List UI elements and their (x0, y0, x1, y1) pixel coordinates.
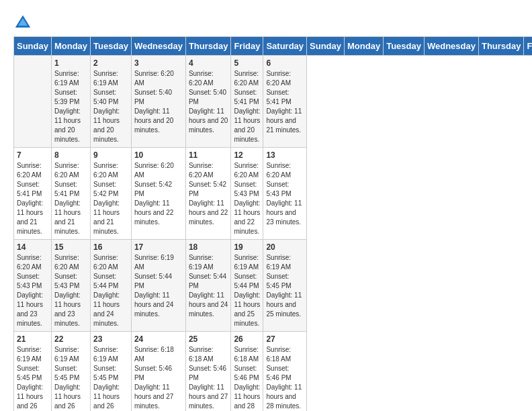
cell-info: Sunrise: 6:20 AM Sunset: 5:41 PM Dayligh… (234, 69, 260, 144)
day-number: 17 (134, 242, 183, 252)
sunrise-label: Sunrise: 6:20 AM (234, 162, 259, 179)
daylight-label: Daylight: 11 hours and 22 minutes. (234, 199, 260, 235)
cell-info: Sunrise: 6:19 AM Sunset: 5:45 PM Dayligh… (93, 345, 128, 411)
day-number: 25 (189, 334, 228, 344)
daylight-label: Daylight: 11 hours and 28 minutes. (234, 383, 260, 411)
cell-info: Sunrise: 6:18 AM Sunset: 5:46 PM Dayligh… (234, 345, 260, 411)
cell-info: Sunrise: 6:19 AM Sunset: 5:45 PM Dayligh… (17, 345, 48, 411)
sunrise-label: Sunrise: 6:20 AM (17, 254, 42, 271)
cell-info: Sunrise: 6:19 AM Sunset: 5:44 PM Dayligh… (189, 253, 228, 319)
day-number: 19 (234, 242, 260, 252)
day-number: 12 (234, 150, 260, 160)
calendar-cell: 14 Sunrise: 6:20 AM Sunset: 5:43 PM Dayl… (14, 240, 52, 332)
header-monday: Monday (345, 37, 384, 56)
sunrise-label: Sunrise: 6:19 AM (17, 346, 42, 363)
logo-icon (13, 13, 32, 32)
calendar-cell: 13 Sunrise: 6:20 AM Sunset: 5:43 PM Dayl… (263, 148, 307, 240)
calendar-cell: 10 Sunrise: 6:20 AM Sunset: 5:42 PM Dayl… (131, 148, 185, 240)
day-number: 16 (93, 242, 128, 252)
sunrise-label: Sunrise: 6:19 AM (93, 70, 118, 87)
cell-info: Sunrise: 6:20 AM Sunset: 5:41 PM Dayligh… (54, 161, 87, 236)
day-number: 10 (134, 150, 183, 160)
cell-info: Sunrise: 6:20 AM Sunset: 5:43 PM Dayligh… (54, 253, 87, 328)
sunrise-label: Sunrise: 6:19 AM (189, 254, 214, 271)
sunset-label: Sunset: 5:45 PM (93, 365, 118, 381)
sunrise-label: Sunrise: 6:19 AM (93, 346, 118, 363)
calendar-cell: 27 Sunrise: 6:18 AM Sunset: 5:46 PM Dayl… (263, 332, 307, 412)
header-friday: Friday (231, 37, 263, 56)
cell-info: Sunrise: 6:20 AM Sunset: 5:44 PM Dayligh… (93, 253, 128, 328)
daylight-label: Daylight: 11 hours and 21 minutes. (54, 199, 81, 235)
sunrise-label: Sunrise: 6:18 AM (234, 346, 259, 363)
page-header (13, 13, 519, 32)
calendar-cell: 6 Sunrise: 6:20 AM Sunset: 5:41 PM Dayli… (263, 56, 307, 148)
cell-info: Sunrise: 6:18 AM Sunset: 5:46 PM Dayligh… (266, 345, 304, 411)
sunset-label: Sunset: 5:44 PM (134, 273, 172, 289)
day-number: 9 (93, 150, 128, 160)
cell-info: Sunrise: 6:20 AM Sunset: 5:43 PM Dayligh… (17, 253, 48, 328)
sunset-label: Sunset: 5:45 PM (266, 273, 291, 289)
calendar-cell: 15 Sunrise: 6:20 AM Sunset: 5:43 PM Dayl… (51, 240, 90, 332)
sunrise-label: Sunrise: 6:20 AM (234, 70, 259, 87)
day-number: 11 (189, 150, 228, 160)
day-number: 20 (266, 242, 304, 252)
calendar-cell: 11 Sunrise: 6:20 AM Sunset: 5:42 PM Dayl… (185, 148, 231, 240)
calendar-cell: 22 Sunrise: 6:19 AM Sunset: 5:45 PM Dayl… (51, 332, 90, 412)
sunset-label: Sunset: 5:45 PM (17, 365, 42, 381)
header-monday: Monday (51, 37, 90, 56)
daylight-label: Daylight: 11 hours and 21 minutes. (17, 199, 43, 235)
sunset-label: Sunset: 5:43 PM (234, 181, 259, 197)
sunset-label: Sunset: 5:41 PM (54, 181, 79, 197)
daylight-label: Daylight: 11 hours and 23 minutes. (17, 291, 43, 327)
header-sunday: Sunday (307, 37, 345, 56)
header-thursday: Thursday (478, 37, 524, 56)
calendar-cell: 19 Sunrise: 6:19 AM Sunset: 5:44 PM Dayl… (231, 240, 263, 332)
cell-info: Sunrise: 6:19 AM Sunset: 5:44 PM Dayligh… (134, 253, 183, 319)
header-thursday: Thursday (185, 37, 231, 56)
sunset-label: Sunset: 5:40 PM (134, 89, 172, 105)
daylight-label: Daylight: 11 hours and 24 minutes. (189, 291, 228, 318)
daylight-label: Daylight: 11 hours and 26 minutes. (93, 383, 120, 411)
sunset-label: Sunset: 5:43 PM (54, 273, 79, 289)
sunrise-label: Sunrise: 6:19 AM (54, 346, 79, 363)
day-number: 22 (54, 334, 87, 344)
calendar-week-1: 7 Sunrise: 6:20 AM Sunset: 5:41 PM Dayli… (14, 148, 533, 240)
header-sunday: Sunday (14, 37, 52, 56)
calendar-cell: 24 Sunrise: 6:18 AM Sunset: 5:46 PM Dayl… (131, 332, 185, 412)
daylight-label: Daylight: 11 hours and 20 minutes. (93, 107, 120, 143)
sunrise-label: Sunrise: 6:20 AM (93, 162, 118, 179)
sunrise-label: Sunrise: 6:18 AM (266, 346, 291, 363)
daylight-label: Daylight: 11 hours and 20 minutes. (54, 107, 81, 143)
calendar-week-2: 14 Sunrise: 6:20 AM Sunset: 5:43 PM Dayl… (14, 240, 533, 332)
day-number: 27 (266, 334, 304, 344)
calendar-cell: 26 Sunrise: 6:18 AM Sunset: 5:46 PM Dayl… (231, 332, 263, 412)
day-number: 5 (234, 58, 260, 68)
calendar-week-3: 21 Sunrise: 6:19 AM Sunset: 5:45 PM Dayl… (14, 332, 533, 412)
header-friday: Friday (524, 37, 532, 56)
daylight-label: Daylight: 11 hours and 25 minutes. (266, 291, 302, 318)
cell-info: Sunrise: 6:20 AM Sunset: 5:42 PM Dayligh… (189, 161, 228, 227)
cell-info: Sunrise: 6:19 AM Sunset: 5:40 PM Dayligh… (93, 69, 128, 144)
daylight-label: Daylight: 11 hours and 21 minutes. (93, 199, 120, 235)
day-number: 23 (93, 334, 128, 344)
daylight-label: Daylight: 11 hours and 26 minutes. (17, 383, 43, 411)
calendar-cell: 20 Sunrise: 6:19 AM Sunset: 5:45 PM Dayl… (263, 240, 307, 332)
sunset-label: Sunset: 5:46 PM (234, 365, 259, 381)
calendar-table: SundayMondayTuesdayWednesdayThursdayFrid… (13, 36, 532, 411)
sunrise-label: Sunrise: 6:19 AM (134, 254, 174, 271)
calendar-cell: 25 Sunrise: 6:18 AM Sunset: 5:46 PM Dayl… (185, 332, 231, 412)
cell-info: Sunrise: 6:19 AM Sunset: 5:39 PM Dayligh… (54, 69, 87, 144)
calendar-cell: 4 Sunrise: 6:20 AM Sunset: 5:40 PM Dayli… (185, 56, 231, 148)
cell-info: Sunrise: 6:19 AM Sunset: 5:45 PM Dayligh… (54, 345, 87, 411)
daylight-label: Daylight: 11 hours and 26 minutes. (54, 383, 81, 411)
header-tuesday: Tuesday (384, 37, 425, 56)
calendar-header-row: SundayMondayTuesdayWednesdayThursdayFrid… (14, 37, 533, 56)
cell-info: Sunrise: 6:20 AM Sunset: 5:40 PM Dayligh… (189, 69, 228, 135)
cell-info: Sunrise: 6:20 AM Sunset: 5:41 PM Dayligh… (17, 161, 48, 236)
sunrise-label: Sunrise: 6:20 AM (93, 254, 118, 271)
day-number: 26 (234, 334, 260, 344)
daylight-label: Daylight: 11 hours and 28 minutes. (266, 383, 302, 410)
calendar-cell (14, 56, 52, 148)
calendar-cell: 1 Sunrise: 6:19 AM Sunset: 5:39 PM Dayli… (51, 56, 90, 148)
header-saturday: Saturday (263, 37, 307, 56)
